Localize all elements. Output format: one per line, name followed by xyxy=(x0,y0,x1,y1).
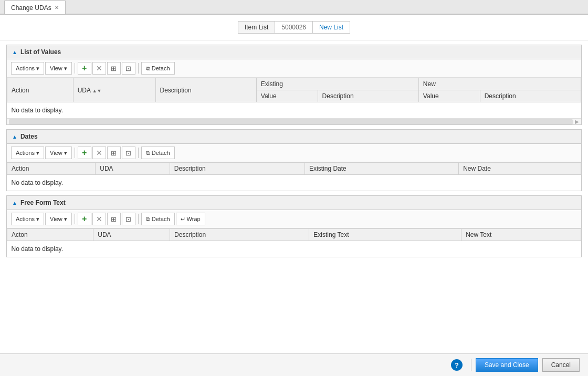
actions-dropdown-icon-fft: ▾ xyxy=(36,216,39,223)
col-group-existing-lov: Existing xyxy=(256,78,418,90)
view-btn-dates[interactable]: View ▾ xyxy=(45,147,72,159)
footer-area: ? Save and Close Cancel xyxy=(0,353,588,376)
separator-5 xyxy=(75,214,75,224)
actions-btn-fft[interactable]: Actions ▾ xyxy=(11,213,44,225)
add-btn-lov[interactable]: + xyxy=(78,62,91,75)
col-header-action-dates: Action xyxy=(7,163,96,175)
col-group-new-lov: New xyxy=(418,78,581,90)
no-data-text-lov: No data to display. xyxy=(7,102,581,119)
delete-icon: ✕ xyxy=(96,64,102,72)
section-header-fft: ▲ Free Form Text xyxy=(7,196,581,210)
actions-dropdown-icon-dates: ▾ xyxy=(36,150,39,156)
actions-btn-dates[interactable]: Actions ▾ xyxy=(11,147,44,159)
col-header-desc-fft: Description xyxy=(170,229,309,241)
edit-icon-dates: ⊞ xyxy=(111,149,117,157)
edit-btn-dates[interactable]: ⊞ xyxy=(107,147,121,159)
help-button[interactable]: ? xyxy=(451,359,463,371)
save-btn-lov[interactable]: ⊡ xyxy=(122,62,135,75)
separator-6 xyxy=(138,214,139,224)
save-btn-dates[interactable]: ⊡ xyxy=(122,147,135,159)
detach-icon: ⧉ xyxy=(146,65,150,72)
separator-1 xyxy=(75,63,75,74)
view-btn-fft[interactable]: View ▾ xyxy=(45,213,72,225)
sort-icon-uda: ▲▼ xyxy=(92,88,102,93)
horizontal-scrollbar-lov[interactable]: ▶ xyxy=(7,118,581,124)
tab-bar: Change UDAs ✕ xyxy=(0,0,588,15)
detach-btn-dates[interactable]: ⧉ Detach xyxy=(141,147,175,159)
col-header-action-lov: Action xyxy=(7,78,74,102)
detach-btn-fft[interactable]: ⧉ Detach xyxy=(141,213,175,225)
item-list-label: Item List xyxy=(238,22,275,33)
add-icon-dates: + xyxy=(82,148,87,158)
collapse-icon-list-of-values[interactable]: ▲ xyxy=(12,49,17,55)
col-header-new-desc-lov: Description xyxy=(480,90,581,102)
tab-label: Change UDAs xyxy=(11,4,51,12)
col-header-uda-fft: UDA xyxy=(93,229,170,241)
section-title-dates: Dates xyxy=(20,133,38,140)
actions-btn-lov[interactable]: Actions ▾ xyxy=(11,62,44,75)
add-icon-fft: + xyxy=(82,214,87,224)
col-header-new-value-lov: Value xyxy=(418,90,480,102)
toolbar-fft: Actions ▾ View ▾ + ✕ ⊞ ⊡ xyxy=(7,210,581,228)
detach-icon-dates: ⧉ xyxy=(146,150,150,156)
add-icon: + xyxy=(82,64,87,73)
section-dates: ▲ Dates Actions ▾ View ▾ + ✕ xyxy=(6,129,582,191)
detach-btn-lov[interactable]: ⧉ Detach xyxy=(141,62,175,75)
view-dropdown-icon-fft: ▾ xyxy=(64,216,67,223)
col-header-existing-desc-lov: Description xyxy=(318,90,418,102)
col-header-desc-lov: Description xyxy=(155,78,256,102)
no-data-row-lov: No data to display. xyxy=(7,102,581,119)
delete-btn-lov[interactable]: ✕ xyxy=(92,62,106,75)
new-list-link[interactable]: New List xyxy=(313,22,350,33)
view-dropdown-icon: ▾ xyxy=(64,65,67,72)
save-icon-fft: ⊡ xyxy=(125,215,131,223)
footer-separator xyxy=(471,359,471,371)
save-icon-dates: ⊡ xyxy=(125,149,131,157)
actions-dropdown-icon: ▾ xyxy=(36,65,39,72)
section-free-form-text: ▲ Free Form Text Actions ▾ View ▾ + ✕ xyxy=(6,195,582,257)
view-dropdown-icon-dates: ▾ xyxy=(64,150,67,156)
section-header-list-of-values: ▲ List of Values xyxy=(7,45,581,59)
wrap-icon: ↵ xyxy=(181,216,185,223)
edit-btn-fft[interactable]: ⊞ xyxy=(107,213,121,225)
save-icon: ⊡ xyxy=(125,65,131,72)
save-close-button[interactable]: Save and Close xyxy=(476,358,538,372)
wrap-btn-fft[interactable]: ↵ Wrap xyxy=(176,213,205,225)
table-container-lov: Action UDA ▲▼ Description Existing New V… xyxy=(7,78,581,124)
delete-icon-dates: ✕ xyxy=(96,149,102,157)
col-header-acton-fft: Acton xyxy=(7,229,93,241)
collapse-icon-fft[interactable]: ▲ xyxy=(12,200,17,206)
tab-change-udas[interactable]: Change UDAs ✕ xyxy=(4,1,66,14)
header-area: Item List 5000026 New List xyxy=(0,15,588,40)
table-lov: Action UDA ▲▼ Description Existing New V… xyxy=(7,78,581,118)
table-dates: Action UDA Description Existing Date New… xyxy=(7,162,581,191)
separator-4 xyxy=(138,148,139,158)
add-btn-fft[interactable]: + xyxy=(78,213,91,225)
view-btn-lov[interactable]: View ▾ xyxy=(45,62,72,75)
tab-close-icon[interactable]: ✕ xyxy=(55,5,59,11)
section-header-dates: ▲ Dates xyxy=(7,130,581,144)
col-header-uda-lov: UDA ▲▼ xyxy=(73,78,155,102)
save-btn-fft[interactable]: ⊡ xyxy=(122,213,135,225)
detach-icon-fft: ⧉ xyxy=(146,216,150,223)
no-data-row-fft: No data to display. xyxy=(7,241,581,257)
table-fft: Acton UDA Description Existing Text New … xyxy=(7,228,581,257)
cancel-button[interactable]: Cancel xyxy=(542,358,580,372)
delete-btn-fft[interactable]: ✕ xyxy=(92,213,106,225)
edit-btn-lov[interactable]: ⊞ xyxy=(107,62,121,75)
section-list-of-values: ▲ List of Values Actions ▾ View ▾ + ✕ xyxy=(6,45,582,125)
col-header-existing-value-lov: Value xyxy=(256,90,318,102)
toolbar-dates: Actions ▾ View ▾ + ✕ ⊞ ⊡ xyxy=(7,144,581,162)
col-header-existing-text: Existing Text xyxy=(309,229,461,241)
delete-icon-fft: ✕ xyxy=(96,215,102,223)
section-title-list-of-values: List of Values xyxy=(20,48,61,56)
bottom-spacer xyxy=(0,262,588,272)
collapse-icon-dates[interactable]: ▲ xyxy=(12,134,17,140)
separator-2 xyxy=(138,63,139,74)
no-data-row-dates: No data to display. xyxy=(7,175,581,191)
delete-btn-dates[interactable]: ✕ xyxy=(92,147,106,159)
add-btn-dates[interactable]: + xyxy=(78,147,91,159)
separator-3 xyxy=(75,148,75,158)
col-header-existing-date: Existing Date xyxy=(305,163,459,175)
col-header-desc-dates: Description xyxy=(170,163,304,175)
